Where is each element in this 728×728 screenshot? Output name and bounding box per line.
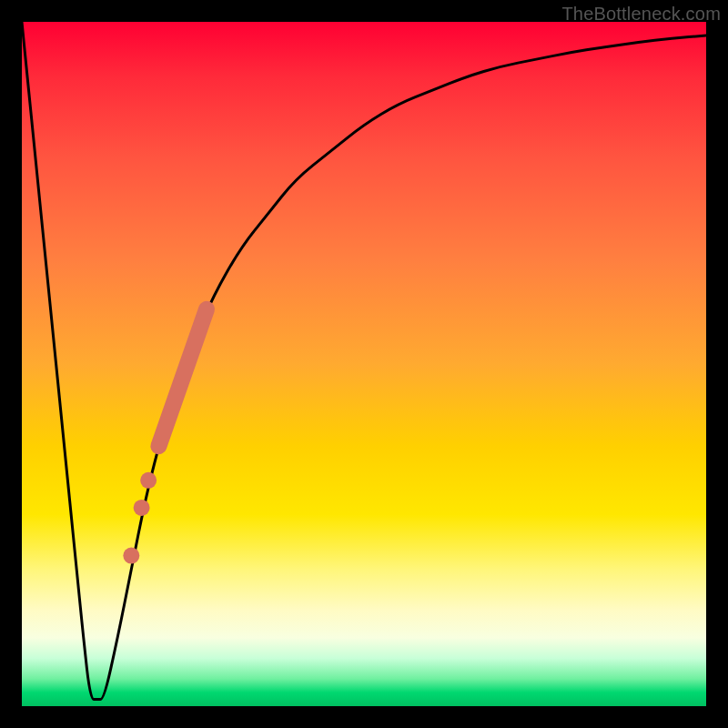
curve-markers (123, 309, 207, 564)
dot-3 (123, 548, 139, 564)
bottleneck-curve (22, 22, 706, 699)
highlight-segment (158, 309, 207, 446)
dot-1 (140, 472, 157, 489)
curve-layer (22, 22, 706, 706)
dot-2 (134, 500, 150, 516)
plot-area (22, 22, 706, 706)
chart-frame: TheBottleneck.com (0, 0, 728, 728)
